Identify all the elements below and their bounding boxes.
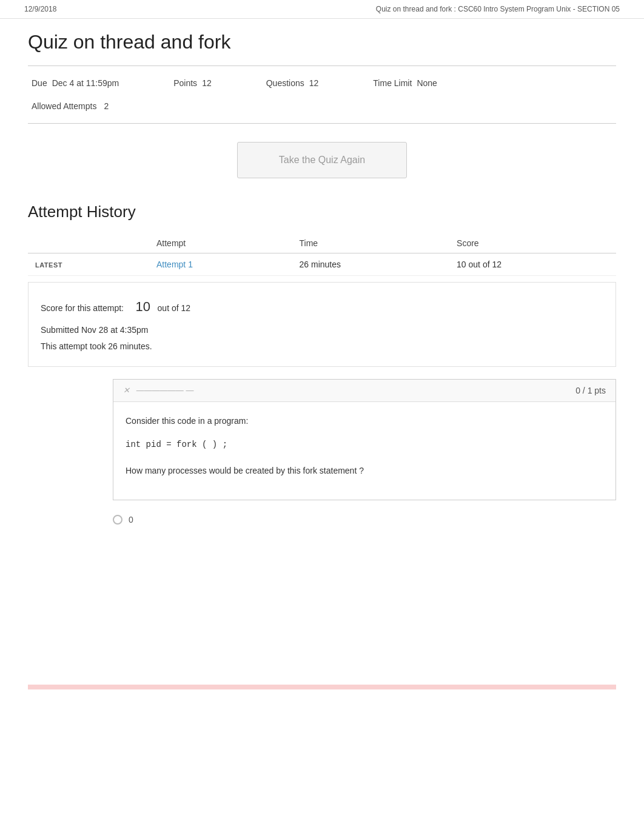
table-row: LATEST Attempt 1 26 minutes 10 out of 12 bbox=[28, 253, 616, 276]
score-line: Score for this attempt: 10 out of 12 bbox=[41, 295, 603, 319]
col-attempt: Attempt bbox=[149, 233, 292, 253]
top-bar-date: 12/9/2018 bbox=[24, 5, 56, 13]
attempt-1-link[interactable]: Attempt 1 bbox=[156, 260, 193, 269]
main-content: Quiz on thread and fork Due Dec 4 at 11:… bbox=[0, 19, 644, 702]
due-label: Due bbox=[32, 78, 47, 88]
answer-label-0: 0 bbox=[129, 515, 133, 525]
question-1-block: ✕ —————— — 0 / 1 pts Consider this code … bbox=[113, 379, 616, 500]
question-1-intro: Consider this code in a program: bbox=[126, 414, 603, 428]
score-out-of: out of 12 bbox=[158, 303, 191, 313]
points-item: Points 12 bbox=[173, 78, 212, 88]
question-1-pts: 0 / 1 pts bbox=[575, 386, 606, 395]
spacer bbox=[28, 551, 616, 672]
questions-value: 12 bbox=[309, 78, 319, 88]
answer-option-0: 0 bbox=[113, 512, 616, 527]
page-title: Quiz on thread and fork bbox=[28, 31, 616, 53]
attempt-history-title: Attempt History bbox=[28, 203, 616, 221]
time-limit-label: Time Limit bbox=[373, 78, 412, 88]
allowed-attempts-value: 2 bbox=[104, 101, 109, 111]
duration-line: This attempt took 26 minutes. bbox=[41, 339, 603, 354]
question-1-header: ✕ —————— — 0 / 1 pts bbox=[113, 380, 615, 402]
answer-section: 0 bbox=[113, 512, 616, 527]
attempt-table: Attempt Time Score LATEST Attempt 1 26 m… bbox=[28, 233, 616, 276]
incorrect-answer-bar bbox=[28, 685, 616, 689]
attempt-link-cell: Attempt 1 bbox=[149, 253, 292, 276]
top-bar-course: Quiz on thread and fork : CSC60 Intro Sy… bbox=[376, 5, 620, 13]
time-limit-value: None bbox=[417, 78, 437, 88]
meta-bar: Due Dec 4 at 11:59pm Points 12 Questions… bbox=[28, 65, 616, 124]
latest-badge: LATEST bbox=[28, 253, 149, 276]
attempt-table-header: Attempt Time Score bbox=[28, 233, 616, 253]
question-1-body: Consider this code in a program: int pid… bbox=[113, 402, 615, 500]
points-label: Points bbox=[173, 78, 197, 88]
questions-label: Questions bbox=[266, 78, 304, 88]
question-1-label: ✕ —————— — bbox=[123, 386, 193, 395]
meta-row-2: Allowed Attempts 2 bbox=[32, 98, 612, 115]
questions-item: Questions 12 bbox=[266, 78, 319, 88]
question-1-code: int pid = fork ( ) ; bbox=[126, 437, 603, 452]
attempt-details: Score for this attempt: 10 out of 12 Sub… bbox=[28, 282, 616, 367]
submitted-line: Submitted Nov 28 at 4:35pm bbox=[41, 323, 603, 338]
take-quiz-button[interactable]: Take the Quiz Again bbox=[237, 142, 407, 178]
attempt-time: 26 minutes bbox=[292, 253, 450, 276]
time-limit-item: Time Limit None bbox=[373, 78, 437, 88]
allowed-attempts-label: Allowed Attempts bbox=[32, 101, 96, 111]
attempt-score: 10 out of 12 bbox=[449, 253, 616, 276]
col-empty bbox=[28, 233, 149, 253]
col-score: Score bbox=[449, 233, 616, 253]
col-time: Time bbox=[292, 233, 450, 253]
points-value: 12 bbox=[202, 78, 212, 88]
score-value: 10 bbox=[135, 299, 150, 314]
meta-row-1: Due Dec 4 at 11:59pm Points 12 Questions… bbox=[32, 75, 612, 92]
top-bar: 12/9/2018 Quiz on thread and fork : CSC6… bbox=[0, 0, 644, 19]
take-quiz-section: Take the Quiz Again bbox=[28, 142, 616, 178]
score-label: Score for this attempt: bbox=[41, 303, 124, 313]
due-value: Dec 4 at 11:59pm bbox=[52, 78, 119, 88]
due-item: Due Dec 4 at 11:59pm bbox=[32, 78, 119, 88]
question-1-text: How many processes would be created by t… bbox=[126, 464, 603, 477]
answer-bubble-0 bbox=[113, 515, 122, 525]
